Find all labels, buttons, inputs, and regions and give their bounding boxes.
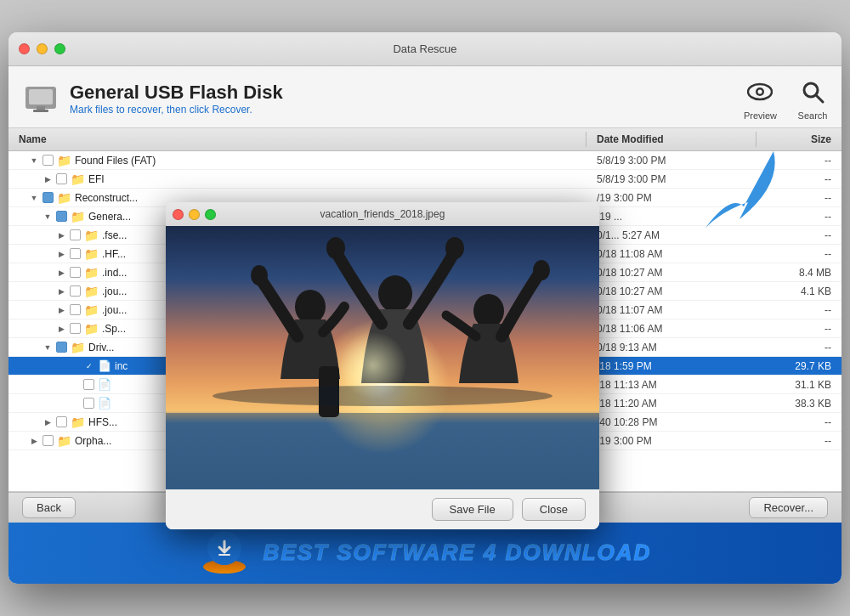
- dialog-titlebar: vacation_friends_2018.jpeg: [166, 202, 599, 226]
- dialog-titlebar-buttons: [173, 209, 216, 220]
- svg-point-10: [295, 290, 326, 324]
- dialog-image: [166, 226, 599, 489]
- svg-point-18: [212, 386, 552, 406]
- svg-point-15: [445, 237, 464, 259]
- dialog-title: vacation_friends_2018.jpeg: [320, 208, 445, 220]
- silhouette-svg: [166, 226, 599, 489]
- svg-point-13: [378, 275, 412, 313]
- dialog-maximize-button[interactable]: [205, 209, 216, 220]
- svg-point-16: [473, 294, 504, 328]
- dialog-overlay: vacation_friends_2018.jpeg: [8, 32, 842, 584]
- main-window: Data Rescue General USB Flash Disk Mark …: [8, 32, 842, 584]
- photo-scene: [166, 226, 599, 489]
- dialog-close-btn[interactable]: Close: [522, 498, 586, 521]
- dialog-minimize-button[interactable]: [189, 209, 200, 220]
- preview-dialog: vacation_friends_2018.jpeg: [166, 202, 599, 529]
- dialog-close-button[interactable]: [173, 209, 184, 220]
- dialog-buttons: Save File Close: [166, 489, 599, 529]
- svg-point-17: [533, 260, 550, 280]
- save-file-button[interactable]: Save File: [432, 498, 513, 521]
- svg-rect-9: [166, 413, 599, 489]
- svg-point-11: [251, 265, 268, 285]
- svg-point-14: [326, 237, 345, 259]
